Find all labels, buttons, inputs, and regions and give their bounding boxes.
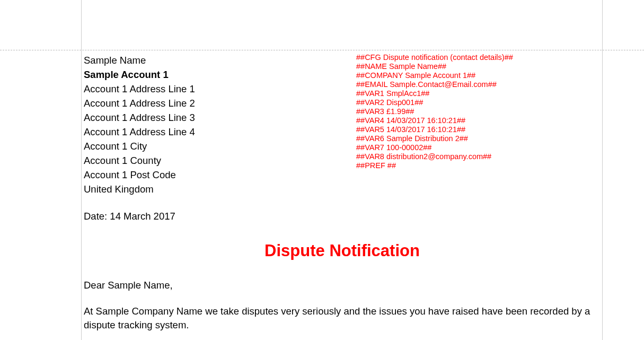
address-line-3: Account 1 Address Line 3 xyxy=(84,110,601,125)
address-block: Sample Name Sample Account 1 Account 1 A… xyxy=(84,53,601,196)
address-line-1: Account 1 Address Line 1 xyxy=(84,82,601,96)
body-paragraph-1: At Sample Company Name we take disputes … xyxy=(84,304,601,332)
greeting-line: Dear Sample Name, xyxy=(84,280,601,291)
address-line-4: Account 1 Address Line 4 xyxy=(84,125,601,139)
address-county: Account 1 County xyxy=(84,153,601,168)
address-city: Account 1 City xyxy=(84,139,601,153)
document-page: Sample Name Sample Account 1 Account 1 A… xyxy=(84,53,601,340)
address-line-2: Account 1 Address Line 2 xyxy=(84,96,601,110)
ruler-guide-top xyxy=(0,50,644,50)
address-postcode: Account 1 Post Code xyxy=(84,168,601,182)
margin-guide-left xyxy=(81,0,82,340)
date-line: Date: 14 March 2017 xyxy=(84,211,601,222)
account-name: Sample Account 1 xyxy=(84,67,601,82)
address-country: United Kingdom xyxy=(84,182,601,196)
margin-guide-right xyxy=(602,0,603,340)
recipient-name: Sample Name xyxy=(84,53,601,67)
document-title: Dispute Notification xyxy=(84,241,601,260)
